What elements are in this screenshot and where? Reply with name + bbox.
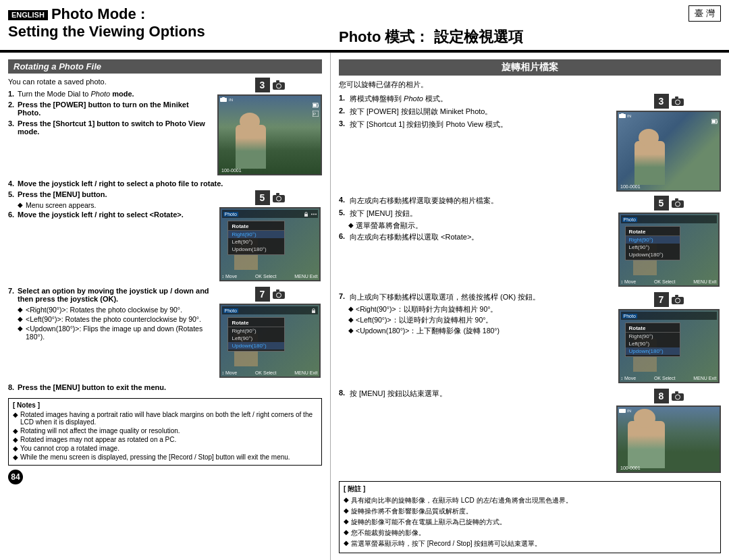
step-5-sub: ◆ Menu screen appears.: [18, 201, 212, 209]
step-badge-7: 7: [255, 287, 270, 302]
image-col-5: 5 Photo: [217, 190, 322, 283]
menu-title-7: Rotate: [228, 319, 284, 327]
ch-step-7c: ◆ <Updown(180°)>：上下翻轉影像 (旋轉 180°): [348, 327, 611, 336]
ch-step-8: 8. 按 [MENU] 按鈕以結束選單。: [339, 389, 611, 399]
memory-icon: [220, 97, 227, 103]
right-menu-item-updown-5: Updown(180°): [626, 251, 680, 258]
battery-icon: [313, 103, 319, 109]
right-steps-col-7: 7. 向上或向下移動搖桿以選取選項，然後按搖桿 (OK) 按鈕。 ◆ <Righ…: [339, 292, 611, 385]
notes-section: [ Notes ] ◆ Rotated images having a port…: [8, 398, 322, 466]
svg-rect-2: [276, 80, 279, 82]
camera-icon-3: [273, 80, 285, 90]
svg-rect-25: [621, 113, 624, 115]
ch-step-6: 6. 向左或向右移動搖桿以選取 <Rotate>。: [339, 232, 611, 242]
photo-bg-3: IN P 100-0001: [219, 96, 321, 174]
svg-rect-38: [619, 409, 626, 413]
right-menu-item-left-7: Left(90°): [626, 340, 680, 347]
photo-top-bar-5: Photo: [222, 210, 318, 218]
right-steps-7: 7. 向上或向下移動搖桿以選取選項，然後按搖桿 (OK) 按鈕。 ◆ <Righ…: [339, 292, 721, 385]
right-camera-icon-7: [672, 295, 684, 304]
right-steps-8: 8. 按 [MENU] 按鈕以結束選單。 8: [339, 389, 721, 473]
right-menu-item-right-5: Right(90°): [626, 236, 680, 244]
step-5: 5. Press the [MENU] button.: [8, 190, 212, 198]
ch-note-3: ◆ 旋轉的影像可能不會在電腦上顯示為已旋轉的方式。: [344, 517, 716, 527]
right-camera-icon-8: [672, 391, 684, 401]
photo-label-7: Photo: [223, 308, 238, 313]
right-steps-col-8: 8. 按 [MENU] 按鈕以結束選單。: [339, 389, 611, 473]
step-badge-3: 3: [255, 78, 270, 92]
steps-col-7: 7. Select an option by moving the joysti…: [8, 287, 212, 379]
right-menu-bottom-7: ↕ Move OK Select MENU Exit: [621, 376, 717, 381]
left-panel: Rotating a Photo File You can rotate a s…: [0, 53, 331, 560]
photo-label-5: Photo: [223, 212, 238, 217]
step-3: 3. Press the [Shortcut 1] button to swit…: [8, 119, 212, 136]
menu-item-updown-7: Updown(180°): [228, 342, 284, 349]
step-8: 8. Press the [MENU] button to exit the m…: [8, 383, 322, 391]
right-menu-item-right-7: Right(90°): [626, 333, 680, 340]
taiwan-badge: 臺 灣: [688, 5, 721, 22]
svg-text:P: P: [313, 112, 316, 116]
image-col-7: 7 Photo: [217, 287, 322, 379]
left-section-header: Rotating a Photo File: [8, 59, 322, 74]
menu-bottom-bar-5: ↕ Move OK Select MENU Exit: [222, 274, 318, 279]
right-menu-title-5: Rotate: [626, 228, 680, 236]
photo-num-label-3: 100-0001: [221, 168, 242, 173]
english-badge: ENGLISH: [8, 10, 48, 20]
svg-rect-37: [675, 391, 678, 393]
icon-lock: [303, 212, 309, 217]
header-right: 臺 灣 Photo 模式： 設定檢視選項: [339, 5, 721, 47]
step-4: 4. Move the joystick left / right to sel…: [8, 179, 322, 188]
ch-step-4: 4. 向左或向右移動搖桿選取要旋轉的相片檔案。: [339, 196, 611, 206]
page-number: 84: [8, 470, 23, 484]
note-4: ◆ You cannot crop a rotated image.: [13, 445, 317, 452]
ch-notes: [ 附註 ] ◆ 具有縱向比率的旋轉影像，在顯示時 LCD 的左/右邊角將會出現…: [339, 481, 721, 553]
right-image-col-7: 7 Photo: [616, 292, 721, 385]
menu-title: Rotate: [228, 223, 284, 231]
right-camera-icon-3: [672, 96, 684, 106]
step-1: 1. Turn the Mode Dial to Photo mode.: [8, 90, 212, 98]
menu-screen-7: Photo Rotate Right(90°) Left(90°) Updo: [219, 304, 321, 378]
right-photo-top-bar-7: Photo: [621, 312, 717, 320]
step-7b: ◆ <Left(90°)>: Rotates the photo counter…: [18, 315, 212, 323]
right-photo-num-8: 100-0001: [620, 466, 641, 470]
title-line2: Setting the Viewing Options: [8, 23, 332, 40]
right-intro: 您可以旋轉已儲存的相片。: [339, 80, 721, 90]
right-menu-item-left-5: Left(90°): [626, 244, 680, 251]
note-2: ◆ Rotating will not affect the image qua…: [13, 427, 317, 435]
title-line1: ENGLISHPhoto Mode :: [8, 5, 332, 23]
right-camera-icon-5: [672, 198, 684, 208]
svg-rect-12: [276, 193, 279, 195]
camera-icon-7: [273, 289, 285, 299]
menu-item-left-7: Left(90°): [228, 335, 284, 342]
note-3: ◆ Rotated images may not appear as rotat…: [13, 436, 317, 443]
main-content: Rotating a Photo File You can rotate a s…: [0, 51, 729, 560]
svg-rect-31: [675, 198, 678, 200]
svg-rect-27: [717, 121, 718, 123]
ch-step-5-sub: ◆ 選單螢幕將會顯示。: [348, 221, 611, 231]
notes-title: [ Notes ]: [13, 401, 317, 409]
camera-icon-5: [273, 193, 285, 202]
svg-rect-13: [304, 214, 308, 217]
page: ENGLISHPhoto Mode : Setting the Viewing …: [0, 0, 729, 560]
right-memory-icon-8: [619, 408, 626, 414]
right-camera-screen-8: IN 100-0001: [616, 405, 721, 473]
step-2: 2. Press the [POWER] button to turn on t…: [8, 101, 212, 117]
camera-screen-3: IN P 100-0001: [217, 94, 322, 175]
ch-note-5: ◆ 當選單螢幕顯示時，按下 [Record / Stop] 按鈕將可以結束選單。: [344, 539, 716, 549]
svg-rect-4: [222, 97, 225, 99]
menu-item-updown: Updown(180°): [228, 246, 284, 253]
right-panel: 旋轉相片檔案 您可以旋轉已儲存的相片。 1. 將模式轉盤轉到 Photo 模式。…: [331, 53, 729, 560]
svg-rect-23: [675, 96, 678, 99]
ch-step-2: 2. 按下 [POWER] 按鈕以開啟 Miniket Photo。: [339, 107, 611, 117]
right-steps-1-3: 1. 將模式轉盤轉到 Photo 模式。 2. 按下 [POWER] 按鈕以開啟…: [339, 94, 721, 192]
header: ENGLISHPhoto Mode : Setting the Viewing …: [0, 0, 729, 51]
menu-bottom-bar-7: ↕ Move OK Select MENU Exit: [222, 370, 318, 375]
right-photo-bg-3: IN 100-0001: [618, 112, 720, 190]
steps-5-6: 5. Press the [MENU] button. ◆ Menu scree…: [8, 190, 322, 283]
right-step-badge-5: 5: [654, 196, 669, 211]
right-menu-bottom-5: ↕ Move OK Select MENU Exit: [621, 279, 717, 284]
svg-point-15: [313, 213, 315, 215]
steps-col-5: 5. Press the [MENU] button. ◆ Menu scree…: [8, 190, 212, 283]
svg-point-16: [315, 213, 317, 215]
right-menu-title-7: Rotate: [626, 325, 680, 333]
